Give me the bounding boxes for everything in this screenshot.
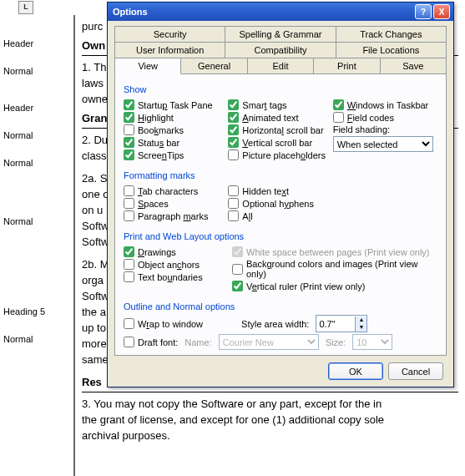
chk-hidden[interactable]: Hidden text <box>228 185 332 196</box>
draft-font-name-select: Courier New <box>219 334 319 350</box>
style-name: Normal <box>3 334 70 344</box>
chk-fieldcodes[interactable]: Field codes <box>333 112 437 123</box>
style-name: Normal <box>3 158 70 168</box>
text-line: archival purposes. <box>82 429 458 442</box>
style-name: Normal <box>3 66 70 76</box>
rule <box>82 392 458 392</box>
chk-all[interactable]: All <box>228 210 332 221</box>
tab-spelling[interactable]: Spelling & Grammar <box>225 26 336 43</box>
text-line: the grant of license, and except for one… <box>82 413 458 426</box>
style-name: Heading 5 <box>3 306 70 316</box>
chk-picph[interactable]: Picture placeholders <box>228 149 332 160</box>
spin-down-icon[interactable]: ▼ <box>355 324 366 332</box>
group-label-outline: Outline and Normal options <box>124 301 437 311</box>
tab-general[interactable]: General <box>180 58 247 74</box>
chk-drawings[interactable]: Drawings <box>124 246 232 257</box>
spin-up-icon[interactable]: ▲ <box>355 316 366 324</box>
heading-text: Gran <box>82 112 107 124</box>
chk-smarttags[interactable]: Smart tags <box>228 99 332 110</box>
chk-screentips[interactable]: ScreenTips <box>124 149 228 160</box>
chk-wintaskbar[interactable]: Windows in Taskbar <box>333 99 437 110</box>
chk-bookmarks[interactable]: Bookmarks <box>124 124 228 135</box>
chk-objanchors[interactable]: Object anchors <box>124 259 232 270</box>
tab-user-info[interactable]: User Information <box>114 42 225 58</box>
field-shading-label: Field shading: <box>333 124 437 134</box>
chk-textbound[interactable]: Text boundaries <box>124 271 232 282</box>
style-name: Header <box>3 103 70 113</box>
tab-strip: Security Spelling & Grammar Track Change… <box>108 21 453 74</box>
group-label-formatting: Formatting marks <box>124 170 437 180</box>
chk-whitespace: White space between pages (Print view on… <box>232 246 437 257</box>
style-area-pane: Header Normal Header Normal Normal Norma… <box>0 15 75 476</box>
chk-spaces[interactable]: Spaces <box>124 198 228 209</box>
dialog-button-bar: OK Cancel <box>108 356 453 387</box>
tab-compatibility[interactable]: Compatibility <box>225 42 336 58</box>
tab-save[interactable]: Save <box>380 58 447 74</box>
ok-button[interactable]: OK <box>328 362 383 380</box>
field-shading-select[interactable]: When selected <box>333 136 433 152</box>
chk-draft-font[interactable]: Draft font: <box>124 337 178 347</box>
chk-highlight[interactable]: Highlight <box>124 112 228 123</box>
style-name: Header <box>3 38 70 48</box>
text-line: 3. You may not copy the Software or any … <box>82 398 458 410</box>
options-dialog: Options ? X Security Spelling & Grammar … <box>107 2 454 387</box>
draft-name-label: Name: <box>184 337 211 347</box>
chk-vscroll[interactable]: Vertical scroll bar <box>228 137 332 148</box>
chk-hscroll[interactable]: Horizontal scroll bar <box>228 124 332 135</box>
chk-wrap-to-window[interactable]: Wrap to window <box>124 318 203 329</box>
chk-vertrule[interactable]: Vertical ruler (Print view only) <box>232 281 437 291</box>
tab-alignment-selector[interactable]: L <box>18 1 33 14</box>
chk-tabchars[interactable]: Tab characters <box>124 185 228 196</box>
tab-security[interactable]: Security <box>114 26 225 43</box>
chk-startup[interactable]: Startup Task Pane <box>124 99 228 110</box>
chk-bgcolors[interactable]: Background colors and images (Print view… <box>232 259 437 279</box>
draft-size-label: Size: <box>326 337 346 347</box>
style-area-width-label: Style area width: <box>241 319 309 329</box>
tab-file-locations[interactable]: File Locations <box>336 42 447 58</box>
tab-track-changes[interactable]: Track Changes <box>336 26 447 43</box>
tab-edit[interactable]: Edit <box>247 58 314 74</box>
style-area-width-spinner[interactable]: ▲▼ <box>316 315 367 332</box>
dialog-title: Options <box>111 7 413 17</box>
style-name: Normal <box>3 130 70 140</box>
chk-animated[interactable]: Animated text <box>228 112 332 123</box>
group-label-show: Show <box>124 84 437 94</box>
chk-statusbar[interactable]: Status bar <box>124 137 228 148</box>
dialog-titlebar[interactable]: Options ? X <box>108 3 453 21</box>
draft-font-size-select: 10 <box>352 334 392 350</box>
style-name: Normal <box>3 216 70 226</box>
tab-panel-view: Show Startup Task PaneHighlightBookmarks… <box>114 73 447 356</box>
chk-paramarks[interactable]: Paragraph marks <box>124 210 228 221</box>
tab-view[interactable]: View <box>114 58 181 74</box>
chk-opthyph[interactable]: Optional hyphens <box>228 198 332 209</box>
group-label-printweb: Print and Web Layout options <box>124 231 437 241</box>
tab-print[interactable]: Print <box>313 58 380 74</box>
heading-text: Own <box>82 39 105 52</box>
close-button[interactable]: X <box>433 4 450 19</box>
help-button[interactable]: ? <box>415 4 432 19</box>
cancel-button[interactable]: Cancel <box>388 362 443 380</box>
